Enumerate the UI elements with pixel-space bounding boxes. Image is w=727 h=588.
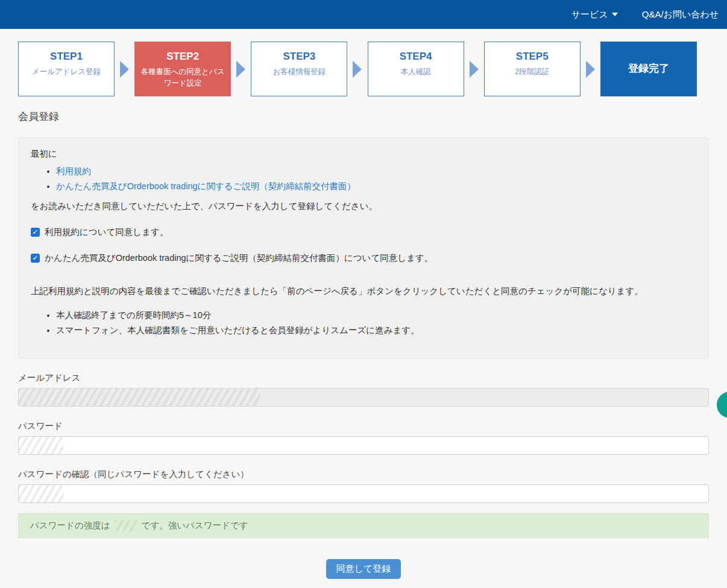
list-item: スマートフォン、本人確認書類をご用意いただけると会員登録がよりスムーズに進みます… [56, 323, 696, 338]
password-strength-alert: パスワードの強度は です。強いパスワードです [18, 513, 709, 538]
list-item: 本人確認終了までの所要時間約5～10分 [56, 308, 696, 323]
step-complete-box: 登録完了 [600, 42, 697, 96]
step-2-box-active: STEP2 各種書面への同意とパスワード設定 [134, 42, 231, 96]
orderbook-trading-doc-link[interactable]: かんたん売買及びOrderbook tradingに関するご説明（契約締結前交付… [56, 181, 356, 191]
terms-agree-checkbox-row[interactable]: ✓ 利用規約について同意します。 [31, 227, 696, 238]
strength-prefix: パスワードの強度は [30, 520, 110, 531]
step-1-title: STEP1 [50, 50, 83, 63]
nav-service-label: サービス [571, 9, 608, 20]
step-1-subtitle: メールアドレス登録 [28, 66, 104, 78]
email-field [18, 388, 709, 407]
redacted-strength-value [115, 520, 137, 531]
caret-down-icon [612, 13, 618, 16]
step-3-title: STEP3 [283, 50, 315, 63]
step-arrow-icon [353, 61, 362, 78]
step-arrow-icon [236, 61, 245, 78]
agree-and-register-button[interactable]: 同意して登録 [326, 559, 401, 579]
strength-suffix: です。強いパスワードです [142, 520, 248, 531]
password-label: パスワード [18, 421, 709, 432]
redacted-password-confirm-value [19, 485, 63, 502]
registration-step-indicator: STEP1 メールアドレス登録 STEP2 各種書面への同意とパスワード設定 S… [18, 42, 697, 96]
step-complete-title: 登録完了 [628, 62, 669, 75]
step-arrow-icon [470, 61, 479, 78]
orderbook-agree-checkbox-row[interactable]: ✓ かんたん売買及びOrderbook tradingに関するご説明（契約締結前… [31, 252, 696, 264]
page-title: 会員登録 [18, 110, 709, 124]
notice-back-button-note: 上記利用規約と説明の内容を最後までご確認いただきましたら「前のページへ戻る」ボタ… [31, 286, 696, 297]
step-arrow-icon [120, 61, 129, 78]
step-5-subtitle: 2段階認証 [511, 66, 553, 78]
checkbox-checked-icon[interactable]: ✓ [31, 228, 40, 237]
agreement-notice-box: 最初に 利用規約 かんたん売買及びOrderbook tradingに関するご説… [18, 137, 709, 358]
step-2-subtitle: 各種書面への同意とパスワード設定 [135, 66, 230, 89]
chat-widget-button[interactable] [717, 392, 727, 418]
step-5-box: STEP5 2段階認証 [484, 42, 581, 96]
password-confirm-input[interactable] [18, 484, 709, 503]
orderbook-agree-label: かんたん売買及びOrderbook tradingに関するご説明（契約締結前交付… [45, 252, 433, 264]
nav-qa-label: Q&A/お問い合わせ [642, 9, 719, 20]
password-confirm-label: パスワードの確認（同じパスワードを入力してください） [18, 469, 709, 480]
info-bullet-list: 本人確認終了までの所要時間約5～10分 スマートフォン、本人確認書類をご用意いた… [31, 308, 696, 339]
step-arrow-icon [586, 61, 595, 78]
checkbox-checked-icon[interactable]: ✓ [31, 254, 40, 263]
nav-item-qa-contact[interactable]: Q&A/お問い合わせ [642, 9, 719, 20]
redacted-password-value [19, 437, 63, 454]
document-link-list: 利用規約 かんたん売買及びOrderbook tradingに関するご説明（契約… [31, 164, 696, 195]
terms-of-use-link[interactable]: 利用規約 [56, 166, 91, 176]
submit-row: 同意して登録 [0, 559, 727, 579]
redacted-email-value [19, 389, 260, 406]
list-item: 利用規約 [56, 164, 696, 179]
notice-after-links: をお読みいただき同意していただいた上で、パスワードを入力して登録してください。 [31, 201, 696, 212]
step-4-title: STEP4 [400, 50, 432, 63]
step-2-title: STEP2 [166, 50, 199, 63]
step-4-subtitle: 本人確認 [397, 66, 435, 78]
step-1-box: STEP1 メールアドレス登録 [18, 42, 115, 96]
nav-item-service[interactable]: サービス [571, 9, 618, 20]
top-navigation-bar: サービス Q&A/お問い合わせ [0, 0, 727, 29]
notice-intro: 最初に [31, 148, 696, 160]
email-label: メールアドレス [18, 372, 709, 384]
list-item: かんたん売買及びOrderbook tradingに関するご説明（契約締結前交付… [56, 179, 696, 194]
terms-agree-label: 利用規約について同意します。 [45, 227, 168, 238]
password-input[interactable] [18, 436, 709, 455]
step-4-box: STEP4 本人確認 [368, 42, 464, 96]
step-3-box: STEP3 お客様情報登録 [251, 42, 347, 96]
step-5-title: STEP5 [516, 50, 549, 63]
step-3-subtitle: お客様情報登録 [269, 66, 329, 78]
